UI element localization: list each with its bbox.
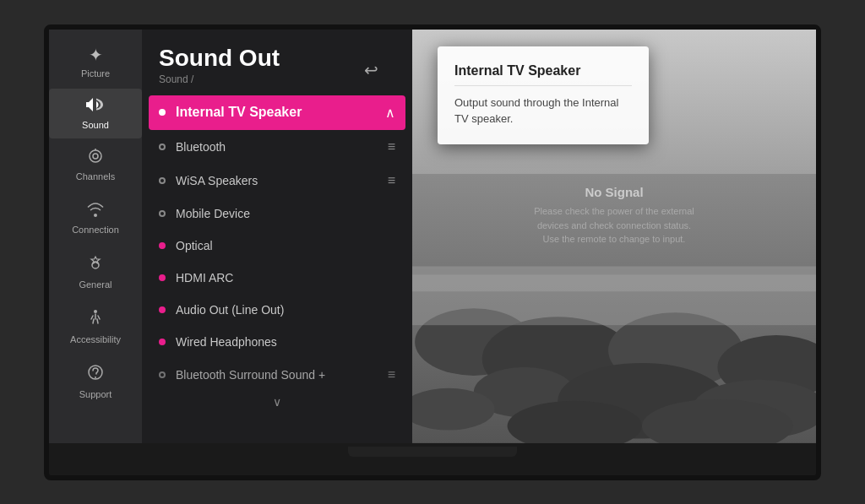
no-signal-title: No Signal (530, 185, 699, 199)
sidebar-support-label: Support (79, 389, 112, 399)
menu-label-optical: Optical (176, 239, 395, 252)
svg-point-3 (94, 214, 97, 217)
svg-point-0 (90, 150, 101, 162)
tv-screen: ✦ Picture Sound (49, 30, 816, 443)
svg-point-1 (93, 154, 98, 159)
menu-item-internal-tv-speaker[interactable]: Internal TV Speaker ∧ (149, 95, 405, 130)
chevron-up-icon: ∧ (385, 105, 395, 121)
sidebar-item-general[interactable]: General (49, 245, 142, 298)
list-icon-wisa: ≡ (388, 173, 395, 188)
info-card-title: Internal TV Speaker (454, 63, 632, 86)
menu-label-hdmi: HDMI ARC (176, 271, 395, 285)
sidebar-item-picture[interactable]: ✦ Picture (49, 36, 142, 87)
menu-label-wired: Wired Headphones (176, 335, 395, 349)
sidebar-general-label: General (79, 279, 112, 290)
connection-icon (86, 200, 105, 221)
content-area: No Signal Please check the power of the … (412, 30, 816, 443)
menu-label-internal: Internal TV Speaker (176, 105, 385, 120)
menu-label-bluetooth: Bluetooth (176, 140, 388, 154)
menu-item-bluetooth[interactable]: Bluetooth ≡ (142, 130, 412, 164)
mobile-dot (159, 210, 166, 217)
menu-item-mobile[interactable]: Mobile Device (142, 198, 412, 230)
menu-label-bt-surround: Bluetooth Surround Sound + (176, 368, 388, 382)
list-icon-bluetooth: ≡ (388, 139, 395, 154)
svg-point-5 (94, 310, 97, 313)
svg-rect-20 (412, 266, 816, 291)
sidebar-item-connection[interactable]: Connection (49, 192, 142, 243)
menu-list: Internal TV Speaker ∧ Bluetooth ≡ WiSA S… (142, 95, 412, 392)
main-panel: Sound Out Sound / ↩ Internal TV Speaker … (142, 30, 412, 443)
sidebar-item-accessibility[interactable]: Accessibility (49, 300, 142, 353)
breadcrumb: Sound / (159, 73, 280, 85)
menu-item-hdmi-arc[interactable]: HDMI ARC (142, 262, 412, 294)
back-button[interactable]: ↩ (364, 60, 378, 80)
picture-icon: ✦ (89, 45, 103, 65)
wired-dot (159, 339, 166, 345)
menu-label-wisa: WiSA Speakers (176, 174, 388, 187)
sidebar-sound-label: Sound (82, 120, 109, 130)
sidebar-item-channels[interactable]: Channels (49, 140, 142, 190)
menu-item-bluetooth-surround[interactable]: Bluetooth Surround Sound + ≡ (142, 358, 412, 392)
selected-dot (159, 109, 166, 116)
bt-surround-dot (159, 371, 166, 378)
info-card-description: Output sound through the Internal TV spe… (454, 95, 632, 127)
menu-item-audio-out[interactable]: Audio Out (Line Out) (142, 294, 412, 326)
panel-title: Sound Out (159, 45, 280, 72)
audio-out-dot (159, 306, 166, 313)
menu-item-optical[interactable]: Optical (142, 230, 412, 262)
sidebar-item-support[interactable]: Support (49, 355, 142, 408)
optical-dot (159, 242, 166, 249)
panel-header: Sound Out Sound / ↩ (142, 30, 412, 89)
tv-frame: ✦ Picture Sound (44, 24, 821, 480)
sound-icon (86, 97, 105, 117)
no-signal-area: No Signal Please check the power of the … (530, 185, 699, 247)
bluetooth-dot (159, 144, 166, 150)
menu-label-audio-out: Audio Out (Line Out) (176, 303, 395, 317)
svg-point-7 (95, 377, 96, 378)
sidebar-picture-label: Picture (81, 68, 110, 79)
channels-icon (86, 149, 105, 168)
tv-stand (348, 447, 517, 457)
general-icon (86, 253, 105, 276)
list-icon-bt-surround: ≡ (388, 367, 395, 382)
menu-label-mobile: Mobile Device (176, 207, 395, 220)
sidebar-connection-label: Connection (72, 225, 119, 235)
sidebar: ✦ Picture Sound (49, 30, 142, 443)
hdmi-dot (159, 274, 166, 281)
sidebar-channels-label: Channels (76, 171, 115, 182)
sidebar-item-sound[interactable]: Sound (49, 89, 142, 138)
menu-item-wisa[interactable]: WiSA Speakers ≡ (142, 164, 412, 198)
wisa-dot (159, 177, 166, 184)
scroll-down-indicator: ∨ (142, 392, 412, 412)
sidebar-accessibility-label: Accessibility (70, 334, 121, 344)
support-icon (86, 363, 105, 386)
menu-item-wired-headphones[interactable]: Wired Headphones (142, 326, 412, 358)
no-signal-desc: Please check the power of the external d… (530, 204, 699, 247)
info-card: Internal TV Speaker Output sound through… (438, 46, 649, 144)
accessibility-icon (86, 308, 105, 331)
